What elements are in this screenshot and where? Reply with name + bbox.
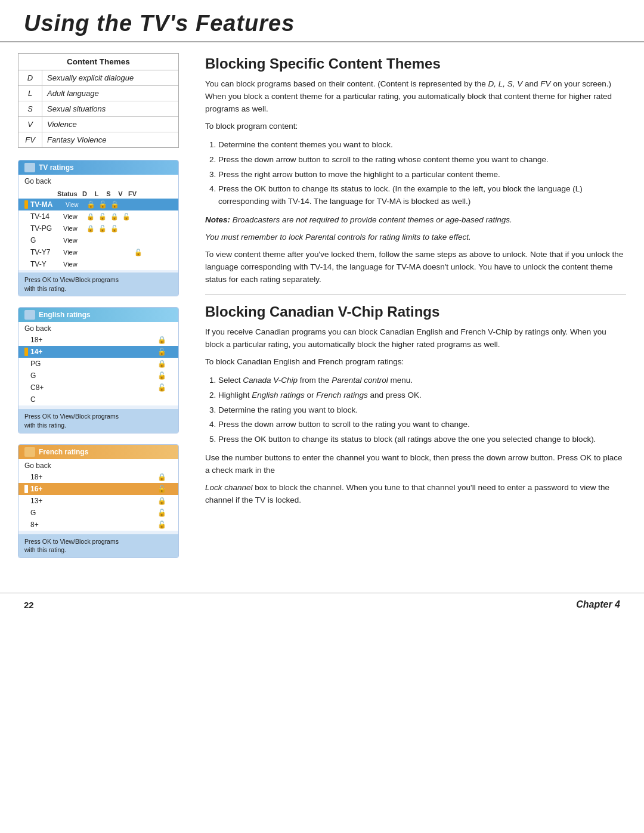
table-row: V Violence — [18, 117, 178, 132]
tv-ratings-header-row: Status D L S V FV — [18, 187, 178, 199]
tv-y-row: TV-Y View — [18, 258, 178, 270]
step-item: Press the OK button to change its status… — [218, 433, 626, 446]
english-ratings-body: Go back 18+ 🔒 14+ 🔓 P — [18, 322, 178, 405]
code-l: L — [18, 86, 42, 101]
rating-18plus: 18+ 🔒 — [18, 471, 178, 483]
code-fv: FV — [18, 132, 42, 147]
main-content: Content Themes D Sexually explicit dialo… — [0, 53, 644, 581]
rating-label: C — [30, 395, 172, 404]
highlight-indicator — [24, 485, 28, 493]
rating-label: 18+ — [30, 473, 157, 481]
highlight-indicator — [24, 348, 28, 356]
rating-label: 13+ — [30, 497, 157, 505]
content-themes-header: Content Themes — [18, 54, 178, 70]
english-ratings-footer: Press OK to View/Block programswith this… — [18, 409, 178, 432]
english-ratings-title: English ratings — [39, 311, 91, 319]
right-column: Blocking Specific Content Themes You can… — [205, 53, 626, 569]
rating-label: TV-14 — [30, 212, 63, 221]
status-view: View — [63, 261, 85, 268]
section1-steps: Determine the content themes you want to… — [205, 139, 626, 209]
rating-8plus: 8+ 🔓 — [18, 519, 178, 531]
rating-label: 8+ — [30, 521, 157, 529]
rating-label: TV-PG — [30, 224, 63, 233]
table-row: S Sexual situations — [18, 101, 178, 117]
tv-ratings-titlebar: TV ratings — [18, 160, 178, 175]
to-block-para2: To block Canadian English and French pro… — [205, 356, 626, 368]
status-view: View — [63, 237, 85, 244]
english-ratings-titlebar: English ratings — [18, 308, 178, 322]
lock-icon: 🔓 — [157, 485, 166, 493]
tv-ratings-title: TV ratings — [39, 163, 74, 172]
lock-d: 🔒 — [85, 225, 97, 233]
tv-ma-row: TV-MA View 🔒 🔓 🔒 — [18, 199, 178, 210]
page-header: Using the TV's Features — [0, 0, 644, 42]
tv-ratings-screen: TV ratings Go back Status D L S V FV TV-… — [18, 160, 179, 296]
table-row: D Sexually explicit dialogue — [18, 70, 178, 86]
code-d: D — [18, 70, 42, 85]
rating-label: PG — [30, 360, 157, 368]
desc-v: Violence — [42, 117, 178, 132]
note1-para: Notes: Broadcasters are not required to … — [205, 214, 626, 227]
lock-l: 🔓 — [97, 225, 109, 233]
tv-pg-row: TV-PG View 🔒 🔓 🔓 — [18, 222, 178, 234]
tv-icon — [24, 163, 35, 172]
lock-icon: 🔓 — [157, 371, 166, 380]
go-back-label: Go back — [18, 322, 178, 334]
view-box: View — [63, 201, 81, 209]
rating-16plus: 16+ 🔓 — [18, 483, 178, 495]
french-ratings-title: French ratings — [39, 448, 88, 456]
lock-icon: 🔓 — [157, 521, 166, 529]
lock-icon: 🔓 — [157, 383, 166, 392]
rating-c8plus: C8+ 🔓 — [18, 382, 178, 394]
lock-icon: 🔓 — [157, 348, 166, 356]
table-row: L Adult language — [18, 86, 178, 101]
desc-d: Sexually explicit dialogue — [42, 70, 178, 85]
rating-pg: PG 🔒 — [18, 358, 178, 370]
code-v: V — [18, 117, 42, 132]
tv-14-row: TV-14 View 🔒 🔓 🔒 🔓 — [18, 210, 178, 222]
page-title: Using the TV's Features — [24, 11, 620, 36]
desc-fv: Fantasy Violence — [42, 132, 178, 147]
lock-v: 🔓 — [120, 213, 132, 221]
rating-label: C8+ — [30, 383, 157, 392]
lock-s: 🔒 — [109, 213, 120, 221]
content-themes-table: Content Themes D Sexually explicit dialo… — [18, 53, 179, 148]
section1-title: Blocking Specific Content Themes — [205, 55, 626, 72]
col-fv: FV — [126, 190, 138, 197]
step-item: Select Canada V-Chip from the Parental c… — [218, 374, 626, 387]
section2-followup: Use the number buttons to enter the chan… — [205, 452, 626, 507]
lock-s: 🔓 — [109, 225, 120, 233]
lock-icon: 🔒 — [157, 497, 166, 505]
page-footer: 22 Chapter 4 — [0, 593, 644, 616]
chapter-label: Chapter 4 — [576, 599, 620, 610]
rating-label: TV-Y7 — [30, 248, 63, 256]
step-item: Determine the rating you want to block. — [218, 404, 626, 417]
status-view: View — [63, 213, 85, 220]
lock-l: 🔓 — [97, 200, 109, 209]
rating-label: 16+ — [30, 485, 157, 493]
rating-g: G 🔓 — [18, 507, 178, 519]
lock-fv: 🔓 — [132, 249, 144, 256]
lock-icon: 🔒 — [157, 473, 166, 481]
rating-label: 18+ — [30, 336, 157, 344]
step-item: Determine the content themes you want to… — [218, 139, 626, 151]
tv-ratings-body: Go back Status D L S V FV TV-MA View — [18, 175, 178, 270]
section2-title: Blocking Canadian V-Chip Ratings — [205, 304, 626, 320]
go-back-label: Go back — [18, 175, 178, 187]
col-v: V — [114, 190, 126, 197]
step-item: Highlight English ratings or French rati… — [218, 389, 626, 402]
table-row: FV Fantasy Violence — [18, 132, 178, 147]
note2-italic: You must remember to lock Parental contr… — [205, 233, 471, 241]
rating-label: 14+ — [30, 348, 157, 356]
step-item: Press the down arrow button to scroll to… — [218, 419, 626, 431]
highlight-indicator — [24, 200, 28, 209]
french-ratings-body: Go back 18+ 🔒 16+ 🔓 1 — [18, 459, 178, 531]
section2-steps: Select Canada V-Chip from the Parental c… — [205, 374, 626, 447]
intro-para2: If you receive Canadian programs you can… — [205, 326, 626, 351]
status-view: View — [63, 249, 85, 256]
rating-c: C — [18, 394, 178, 405]
lock-icon: 🔒 — [157, 336, 166, 344]
go-back-label: Go back — [18, 459, 178, 471]
step-item: Press the OK button to change its status… — [218, 183, 626, 208]
g-row: G View — [18, 234, 178, 246]
